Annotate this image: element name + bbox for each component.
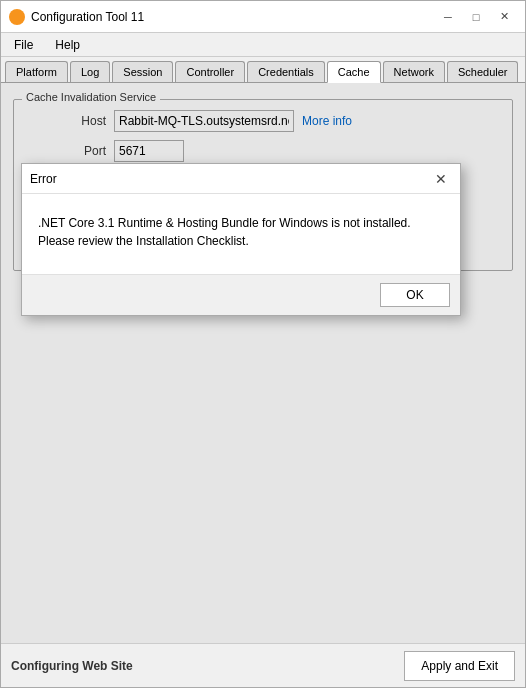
title-bar: Configuration Tool 11 ─ □ ✕ bbox=[1, 1, 525, 33]
dialog-body: .NET Core 3.1 Runtime & Hosting Bundle f… bbox=[22, 194, 460, 274]
dialog-close-button[interactable]: ✕ bbox=[430, 169, 452, 189]
title-bar-controls: ─ □ ✕ bbox=[435, 7, 517, 27]
tab-network[interactable]: Network bbox=[383, 61, 445, 82]
dialog-message: .NET Core 3.1 Runtime & Hosting Bundle f… bbox=[38, 214, 444, 250]
dialog-overlay: Error ✕ .NET Core 3.1 Runtime & Hosting … bbox=[1, 83, 525, 643]
apply-exit-button[interactable]: Apply and Exit bbox=[404, 651, 515, 681]
tab-scheduler[interactable]: Scheduler bbox=[447, 61, 519, 82]
error-dialog: Error ✕ .NET Core 3.1 Runtime & Hosting … bbox=[21, 163, 461, 316]
main-content: Cache Invalidation Service Host More inf… bbox=[1, 83, 525, 643]
dialog-footer: OK bbox=[22, 274, 460, 315]
minimize-button[interactable]: ─ bbox=[435, 7, 461, 27]
tab-session[interactable]: Session bbox=[112, 61, 173, 82]
maximize-button[interactable]: □ bbox=[463, 7, 489, 27]
dialog-title: Error bbox=[30, 172, 57, 186]
tab-controller[interactable]: Controller bbox=[175, 61, 245, 82]
menu-file[interactable]: File bbox=[5, 35, 42, 55]
bottom-bar: Configuring Web Site Apply and Exit bbox=[1, 643, 525, 687]
title-bar-left: Configuration Tool 11 bbox=[9, 9, 144, 25]
tab-cache[interactable]: Cache bbox=[327, 61, 381, 83]
window-title: Configuration Tool 11 bbox=[31, 10, 144, 24]
app-icon bbox=[9, 9, 25, 25]
main-window: Configuration Tool 11 ─ □ ✕ File Help Pl… bbox=[0, 0, 526, 688]
dialog-title-bar: Error ✕ bbox=[22, 164, 460, 194]
tabs-bar: Platform Log Session Controller Credenti… bbox=[1, 57, 525, 83]
tab-log[interactable]: Log bbox=[70, 61, 110, 82]
close-button[interactable]: ✕ bbox=[491, 7, 517, 27]
status-text: Configuring Web Site bbox=[11, 659, 133, 673]
tab-platform[interactable]: Platform bbox=[5, 61, 68, 82]
menu-bar: File Help bbox=[1, 33, 525, 57]
menu-help[interactable]: Help bbox=[46, 35, 89, 55]
dialog-ok-button[interactable]: OK bbox=[380, 283, 450, 307]
tab-credentials[interactable]: Credentials bbox=[247, 61, 325, 82]
